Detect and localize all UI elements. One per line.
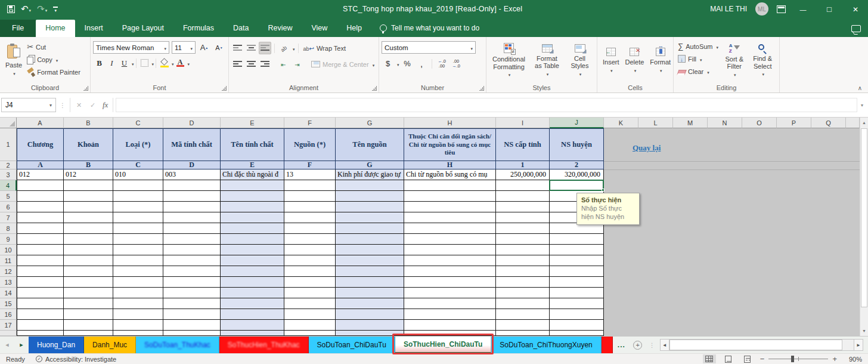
sheet-tab-sothuchien_thukhac[interactable]: SoThucHien_ThuKhac	[219, 337, 309, 353]
cell-A1[interactable]: Chương	[17, 128, 64, 161]
insert-function-icon[interactable]: fx	[100, 100, 110, 110]
conditional-formatting-button[interactable]: Conditional Formatting	[490, 39, 528, 82]
bottom-align-button[interactable]	[259, 42, 271, 54]
cell-J18[interactable]	[550, 331, 604, 336]
zoom-level[interactable]: 90%	[843, 356, 862, 363]
font-color-button[interactable]: A	[174, 57, 187, 69]
zoom-slider[interactable]	[768, 359, 828, 359]
tabbar-grip[interactable]: ⋮	[646, 337, 659, 353]
align-left-button[interactable]	[231, 58, 244, 70]
cell-I4[interactable]	[496, 180, 550, 191]
cell-F4[interactable]	[284, 180, 336, 191]
cell-C5[interactable]	[113, 191, 163, 202]
cell-H15[interactable]	[404, 298, 496, 309]
row-header-5[interactable]: 5	[0, 191, 17, 202]
cell-E15[interactable]	[221, 298, 284, 309]
percent-style-button[interactable]: %	[401, 57, 414, 70]
borders-button[interactable]	[138, 57, 151, 69]
cell-G3[interactable]: Kinh phí được giao tự	[336, 169, 404, 180]
cell-E18[interactable]	[221, 331, 284, 336]
top-align-button[interactable]	[231, 42, 244, 54]
cell-F11[interactable]	[284, 255, 336, 266]
undo-icon[interactable]	[21, 4, 31, 14]
find-select-button[interactable]: Find & Select	[749, 39, 777, 82]
row-header-7[interactable]: 7	[0, 212, 17, 223]
column-header-F[interactable]: F	[284, 118, 336, 128]
cell-C11[interactable]	[113, 255, 163, 266]
customize-quick-access-icon[interactable]	[53, 7, 58, 12]
cell-D17[interactable]	[163, 320, 221, 331]
sheet-tab-sodutoan_chidautu[interactable]: SoDuToan_ChiDauTu	[309, 337, 395, 353]
cell-C6[interactable]	[113, 202, 163, 212]
orientation-button[interactable]	[278, 42, 290, 54]
delete-cells-button[interactable]: Delete	[622, 39, 647, 82]
format-as-table-button[interactable]: Format as Table	[530, 39, 565, 82]
cell-G17[interactable]	[336, 320, 404, 331]
cell-G1[interactable]: Tên nguồn	[336, 128, 404, 161]
font-dialog-launcher[interactable]	[222, 86, 227, 91]
column-header-P[interactable]: P	[777, 118, 811, 128]
cell-G13[interactable]	[336, 277, 404, 288]
cell-I9[interactable]	[496, 234, 550, 245]
cell-B1[interactable]: Khoản	[64, 128, 113, 161]
cell-C13[interactable]	[113, 277, 163, 288]
cell-J16[interactable]	[550, 309, 604, 320]
cell-A5[interactable]	[17, 191, 64, 202]
cell-H7[interactable]	[404, 212, 496, 223]
column-header-O[interactable]: O	[742, 118, 777, 128]
cell-E12[interactable]	[221, 266, 284, 277]
cell-J14[interactable]	[550, 288, 604, 298]
cell-A4[interactable]	[17, 180, 64, 191]
cell-A14[interactable]	[17, 288, 64, 298]
cell-H2[interactable]: H	[404, 161, 496, 169]
row-header-4[interactable]: 4	[0, 180, 17, 191]
accessibility-status[interactable]: ✓ Accessibility: Investigate	[36, 356, 116, 363]
cell-C3[interactable]: 010	[113, 169, 163, 180]
cell-A2[interactable]: A	[17, 161, 64, 169]
cell-I10[interactable]	[496, 245, 550, 255]
name-box-chevron-icon[interactable]: ▾	[49, 103, 52, 108]
column-header-C[interactable]: C	[113, 118, 163, 128]
cell-E14[interactable]	[221, 288, 284, 298]
active-cell-J4[interactable]	[549, 180, 604, 191]
column-header-E[interactable]: E	[221, 118, 284, 128]
cell-A15[interactable]	[17, 298, 64, 309]
fill-button[interactable]: Fill	[676, 53, 720, 65]
cell-J1[interactable]: NS huyện	[550, 128, 604, 161]
cell-B12[interactable]	[64, 266, 113, 277]
column-header-L[interactable]: L	[638, 118, 673, 128]
cell-B4[interactable]	[64, 180, 113, 191]
accounting-format-button[interactable]: $	[382, 57, 394, 70]
cell-J2[interactable]: 2	[550, 161, 604, 169]
clear-button[interactable]: Clear	[676, 65, 720, 78]
cell-E17[interactable]	[221, 320, 284, 331]
scroll-down-icon[interactable]: ▼	[860, 326, 868, 336]
cell-A11[interactable]	[17, 255, 64, 266]
cell-I12[interactable]	[496, 266, 550, 277]
cell-I17[interactable]	[496, 320, 550, 331]
cell-H6[interactable]	[404, 202, 496, 212]
cell-E9[interactable]	[221, 234, 284, 245]
cell-F6[interactable]	[284, 202, 336, 212]
cell-A17[interactable]	[17, 320, 64, 331]
cell-D13[interactable]	[163, 277, 221, 288]
increase-decimal-button[interactable]: ←.0.00	[436, 57, 448, 70]
paste-button[interactable]: Paste	[2, 39, 25, 82]
autosum-button[interactable]: AutoSum	[676, 40, 720, 53]
cell-B6[interactable]	[64, 202, 113, 212]
cell-H11[interactable]	[404, 255, 496, 266]
cell-G9[interactable]	[336, 234, 404, 245]
column-header-D[interactable]: D	[163, 118, 221, 128]
zoom-in-button[interactable]: +	[832, 356, 837, 362]
cell-I1[interactable]: NS cấp tỉnh	[496, 128, 550, 161]
cell-J17[interactable]	[550, 320, 604, 331]
formula-bar-expand-icon[interactable]: ▾	[857, 103, 867, 108]
cell-H8[interactable]	[404, 223, 496, 234]
new-sheet-button[interactable]: +	[630, 337, 646, 353]
cell-E4[interactable]	[221, 180, 284, 191]
cell-B2[interactable]: B	[64, 161, 113, 169]
cell-J11[interactable]	[550, 255, 604, 266]
close-button[interactable]	[847, 5, 864, 14]
row-header-18[interactable]	[0, 331, 17, 336]
font-size-combo[interactable]: 11	[172, 41, 196, 54]
